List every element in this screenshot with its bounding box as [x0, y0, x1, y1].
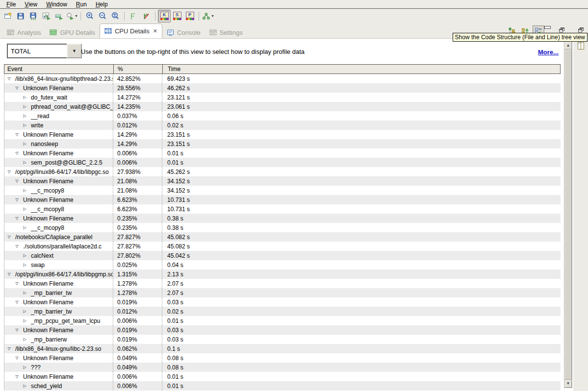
- tab-gpu-details[interactable]: GPU Details: [45, 26, 100, 38]
- scroll-down-button[interactable]: ▼: [564, 380, 572, 388]
- menu-view[interactable]: View: [20, 0, 42, 8]
- kernel-color-button[interactable]: K: [158, 10, 171, 23]
- table-row[interactable]: ▽ Unknown Filename 28.556% 46.262 s: [4, 83, 561, 93]
- tree-toggle-icon[interactable]: ▽: [14, 132, 20, 137]
- table-row[interactable]: ▷ _mp_barrier_tw 1.278% 2.07 s: [4, 288, 561, 297]
- table-row[interactable]: ▽ Unknown Filename 0.006% 0.01 s: [4, 372, 561, 381]
- tree-toggle-icon[interactable]: ▷: [22, 104, 27, 109]
- table-row[interactable]: ▽ Unknown Filename 1.278% 2.07 s: [4, 279, 561, 288]
- scroll-up-button[interactable]: ▲: [564, 42, 572, 49]
- import-session-button[interactable]: [52, 10, 65, 23]
- search-dropdown-caret-icon[interactable]: ▾: [75, 14, 77, 18]
- table-row[interactable]: ▷ __c_mcopy8 21.08% 34.152 s: [4, 186, 561, 195]
- close-tab-icon[interactable]: ✕: [153, 28, 157, 34]
- zoom-in-button[interactable]: [83, 10, 96, 23]
- tab-console[interactable]: Console: [162, 26, 205, 38]
- minimized-view-icon[interactable]: [577, 42, 585, 50]
- tree-toggle-icon[interactable]: ▷: [22, 318, 27, 323]
- table-row[interactable]: ▽ ./solutions/parallel/laplace2d.c 27.82…: [4, 242, 561, 251]
- tree-toggle-icon[interactable]: ▷: [22, 263, 27, 267]
- tree-mode-button[interactable]: ▾: [202, 10, 214, 23]
- tree-toggle-icon[interactable]: ▷: [22, 384, 27, 388]
- tree-toggle-icon[interactable]: ▷: [22, 142, 27, 146]
- tree-toggle-icon[interactable]: ▽: [6, 272, 12, 276]
- table-row[interactable]: ▷ write 0.012% 0.02 s: [4, 121, 561, 130]
- tree-toggle-icon[interactable]: ▽: [14, 374, 20, 379]
- column-header-event[interactable]: Event: [4, 65, 113, 73]
- search-profile-button[interactable]: ▾: [65, 10, 78, 23]
- stream-color-button[interactable]: S: [171, 10, 183, 23]
- table-row[interactable]: ▷ ??? 0.049% 0.08 s: [4, 363, 561, 372]
- table-row[interactable]: ▽ Unknown Filename 0.019% 0.03 s: [4, 325, 561, 335]
- process-color-button[interactable]: P: [183, 10, 196, 23]
- tree-toggle-icon[interactable]: ▽: [14, 86, 20, 90]
- table-row[interactable]: ▷ __c_mcopy8 6.623% 10.731 s: [4, 204, 561, 214]
- tree-toggle-icon[interactable]: ▽: [14, 300, 20, 304]
- table-row[interactable]: ▽ Unknown Filename 0.235% 0.38 s: [4, 214, 561, 223]
- table-row[interactable]: ▽ /opt/pgi/linux86-64/17.4/lib/libpgmp.s…: [4, 269, 561, 279]
- mark-timeline-button[interactable]: [127, 10, 140, 23]
- tree-toggle-icon[interactable]: ▽: [14, 179, 20, 183]
- menu-help[interactable]: Help: [91, 0, 112, 8]
- tree-toggle-icon[interactable]: ▽: [6, 235, 12, 239]
- tab-analysis[interactable]: Analysis: [2, 26, 45, 38]
- vertical-scrollbar[interactable]: ▲ ▼: [564, 41, 572, 388]
- table-row[interactable]: ▷ __c_mcopy8 0.235% 0.38 s: [4, 223, 561, 232]
- tree-toggle-icon[interactable]: ▷: [22, 123, 27, 127]
- profile-scope-combo[interactable]: TOTAL ▼: [7, 44, 82, 58]
- zoom-fit-button[interactable]: [109, 10, 122, 23]
- save-button[interactable]: [14, 10, 27, 23]
- table-row[interactable]: ▽ /lib/x86_64-linux-gnu/libpthread-2.23.…: [4, 74, 561, 83]
- save-as-button[interactable]: [27, 10, 40, 23]
- tree-toggle-icon[interactable]: ▷: [22, 95, 27, 99]
- menu-window[interactable]: Window: [42, 0, 72, 8]
- tree-toggle-icon[interactable]: ▷: [22, 160, 27, 165]
- more-link[interactable]: More...: [538, 49, 559, 56]
- column-header-time[interactable]: Time: [162, 65, 560, 73]
- tree-toggle-icon[interactable]: ▽: [14, 328, 20, 332]
- table-row[interactable]: ▽ Unknown Filename 0.006% 0.01 s: [4, 148, 561, 158]
- tree-toggle-icon[interactable]: ▷: [22, 309, 27, 314]
- table-row[interactable]: ▽ Unknown Filename 14.29% 23.151 s: [4, 130, 561, 139]
- table-row[interactable]: ▷ _mp_barrier_tw 0.012% 0.02 s: [4, 307, 561, 316]
- table-row[interactable]: ▷ pthread_cond_wait@@GLIBC_2.3 14.235% 2…: [4, 102, 561, 111]
- tree-toggle-icon[interactable]: ▷: [22, 225, 27, 230]
- tab-settings[interactable]: Settings: [205, 26, 247, 38]
- table-row[interactable]: ▽ /opt/pgi/linux86-64/17.4/lib/libpgc.so…: [4, 167, 561, 176]
- zoom-out-button[interactable]: [96, 10, 109, 23]
- profile-application-button[interactable]: [40, 10, 52, 23]
- table-row[interactable]: ▽ /notebooks/C/laplace_parallel 27.827% …: [4, 232, 561, 242]
- tree-toggle-icon[interactable]: ▽: [6, 346, 12, 351]
- tree-toggle-icon[interactable]: ▽: [6, 170, 12, 174]
- column-header-percent[interactable]: %: [113, 65, 162, 73]
- tree-toggle-icon[interactable]: ▷: [22, 291, 27, 295]
- tree-toggle-icon[interactable]: ▽: [14, 216, 20, 220]
- table-row[interactable]: ▷ sem_post@@GLIBC_2.2.5 0.006% 0.01 s: [4, 158, 561, 167]
- tree-toggle-icon[interactable]: ▷: [22, 253, 27, 258]
- tab-cpu-details[interactable]: CPU Details ✕: [100, 24, 162, 38]
- tree-mode-caret-icon[interactable]: ▾: [211, 14, 213, 18]
- tree-toggle-icon[interactable]: ▷: [22, 207, 27, 211]
- tree-toggle-icon[interactable]: ▽: [14, 356, 20, 360]
- tree-toggle-icon[interactable]: ▷: [22, 337, 27, 342]
- combo-dropdown-button[interactable]: ▼: [67, 44, 82, 58]
- table-row[interactable]: ▽ Unknown Filename 6.623% 10.731 s: [4, 195, 561, 204]
- tree-toggle-icon[interactable]: ▽: [14, 197, 20, 202]
- tree-toggle-icon[interactable]: ▷: [22, 365, 27, 369]
- menu-file[interactable]: File: [2, 0, 20, 8]
- scrollbar-thumb[interactable]: [564, 49, 572, 380]
- tree-toggle-icon[interactable]: ▷: [22, 188, 27, 193]
- tree-toggle-icon[interactable]: ▽: [14, 244, 20, 248]
- table-row[interactable]: ▽ Unknown Filename 0.049% 0.08 s: [4, 353, 561, 363]
- table-row[interactable]: ▷ swap 0.025% 0.04 s: [4, 260, 561, 269]
- new-session-button[interactable]: [1, 10, 14, 23]
- table-row[interactable]: ▷ do_futex_wait 14.272% 23.121 s: [4, 93, 561, 102]
- table-row[interactable]: ▽ Unknown Filename 21.08% 34.152 s: [4, 176, 561, 186]
- menu-run[interactable]: Run: [72, 0, 91, 8]
- table-row[interactable]: ▷ _mp_pcpu_get_team_lcpu 0.006% 0.01 s: [4, 316, 561, 325]
- tree-toggle-icon[interactable]: ▷: [22, 114, 27, 118]
- table-row[interactable]: ▷ nanosleep 14.29% 23.151 s: [4, 139, 561, 148]
- tree-toggle-icon[interactable]: ▽: [6, 76, 12, 81]
- table-row[interactable]: ▷ calcNext 27.802% 45.042 s: [4, 251, 561, 260]
- tree-toggle-icon[interactable]: ▽: [14, 281, 20, 286]
